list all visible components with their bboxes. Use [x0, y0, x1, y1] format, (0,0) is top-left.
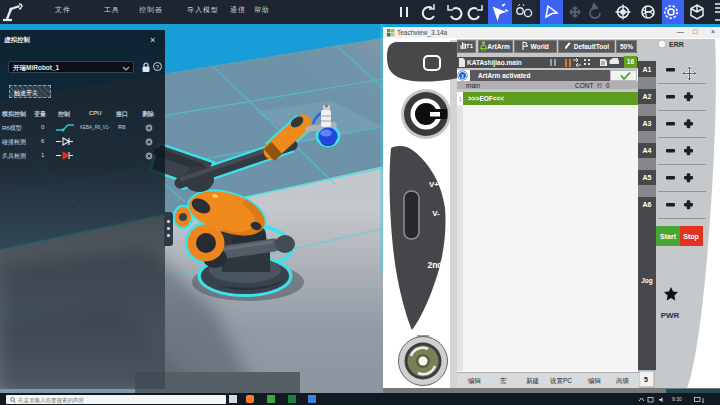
svg-text:5: 5: [644, 376, 648, 383]
svg-text:A2: A2: [643, 93, 652, 100]
svg-text:A6: A6: [643, 201, 652, 208]
svg-text:PWR: PWR: [661, 311, 680, 320]
svg-text:Stop: Stop: [683, 233, 699, 241]
svg-text:A4: A4: [643, 147, 652, 154]
svg-text:A5: A5: [643, 174, 652, 181]
svg-text:A3: A3: [643, 120, 652, 127]
svg-text:V+: V+: [429, 180, 439, 189]
svg-text:A1: A1: [643, 66, 652, 73]
svg-text:V-: V-: [432, 209, 440, 218]
svg-text:Jog: Jog: [641, 277, 653, 285]
svg-text:ERR: ERR: [669, 41, 684, 48]
svg-text:2nd: 2nd: [427, 260, 442, 270]
svg-text:Start: Start: [660, 233, 677, 240]
